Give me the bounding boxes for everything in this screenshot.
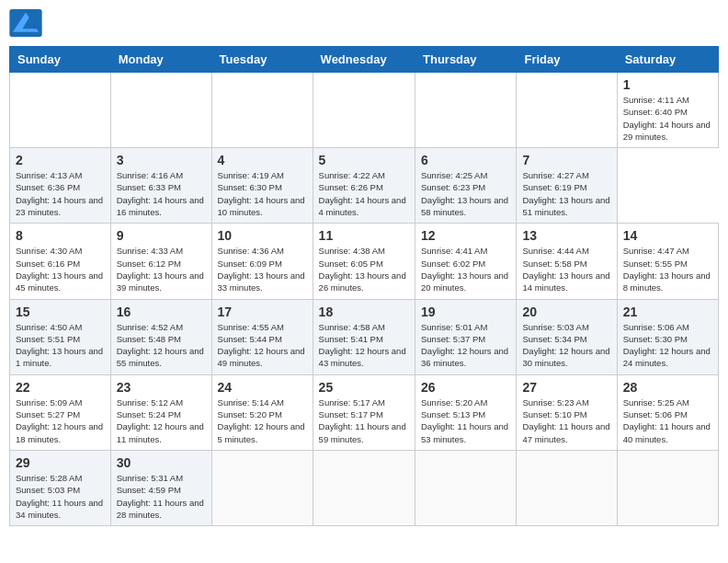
day-number: 3 xyxy=(117,153,206,167)
calendar-cell: 30Sunrise: 5:31 AM Sunset: 4:59 PM Dayli… xyxy=(110,450,211,525)
logo xyxy=(9,9,46,37)
day-number: 13 xyxy=(522,228,610,243)
day-info: Sunrise: 4:55 AM Sunset: 5:44 PM Dayligh… xyxy=(218,321,307,370)
day-info: Sunrise: 4:52 AM Sunset: 5:48 PM Dayligh… xyxy=(117,321,206,370)
calendar-cell xyxy=(517,73,617,148)
day-info: Sunrise: 4:11 AM Sunset: 6:40 PM Dayligh… xyxy=(623,94,712,143)
day-number: 26 xyxy=(421,380,510,395)
calendar-cell: 22Sunrise: 5:09 AM Sunset: 5:27 PM Dayli… xyxy=(10,374,111,450)
calendar-cell: 29Sunrise: 5:28 AM Sunset: 5:03 PM Dayli… xyxy=(10,450,111,525)
calendar-cell xyxy=(313,73,415,148)
day-number: 20 xyxy=(522,304,610,319)
day-info: Sunrise: 5:06 AM Sunset: 5:30 PM Dayligh… xyxy=(623,321,712,370)
day-info: Sunrise: 5:20 AM Sunset: 5:13 PM Dayligh… xyxy=(421,396,510,445)
day-info: Sunrise: 4:27 AM Sunset: 6:19 PM Dayligh… xyxy=(522,169,610,218)
weekday-header-thursday: Thursday xyxy=(415,47,517,73)
weekday-header-tuesday: Tuesday xyxy=(211,47,313,73)
day-number: 14 xyxy=(623,228,712,243)
page-header xyxy=(9,9,719,37)
calendar-cell: 9Sunrise: 4:33 AM Sunset: 6:12 PM Daylig… xyxy=(110,224,211,299)
calendar-cell: 4Sunrise: 4:19 AM Sunset: 6:30 PM Daylig… xyxy=(211,148,313,224)
logo-icon xyxy=(9,9,42,37)
day-number: 16 xyxy=(117,304,206,319)
day-number: 1 xyxy=(623,77,712,92)
calendar-cell xyxy=(110,73,211,148)
calendar-week-3: 15Sunrise: 4:50 AM Sunset: 5:51 PM Dayli… xyxy=(10,299,719,374)
calendar-cell: 24Sunrise: 5:14 AM Sunset: 5:20 PM Dayli… xyxy=(211,374,313,450)
day-number: 15 xyxy=(16,304,105,319)
day-number: 21 xyxy=(623,304,712,319)
calendar-cell: 25Sunrise: 5:17 AM Sunset: 5:17 PM Dayli… xyxy=(313,374,415,450)
calendar-cell xyxy=(10,73,111,148)
day-info: Sunrise: 5:14 AM Sunset: 5:20 PM Dayligh… xyxy=(218,396,307,445)
day-info: Sunrise: 5:09 AM Sunset: 5:27 PM Dayligh… xyxy=(16,396,105,445)
calendar-cell: 10Sunrise: 4:36 AM Sunset: 6:09 PM Dayli… xyxy=(211,224,313,299)
day-number: 2 xyxy=(16,153,105,167)
day-info: Sunrise: 5:17 AM Sunset: 5:17 PM Dayligh… xyxy=(319,396,409,445)
day-info: Sunrise: 5:01 AM Sunset: 5:37 PM Dayligh… xyxy=(421,321,510,370)
day-info: Sunrise: 5:31 AM Sunset: 4:59 PM Dayligh… xyxy=(117,472,206,521)
calendar-cell xyxy=(617,450,718,525)
calendar-cell xyxy=(415,73,517,148)
day-number: 6 xyxy=(421,153,510,167)
day-info: Sunrise: 4:33 AM Sunset: 6:12 PM Dayligh… xyxy=(117,245,206,293)
calendar-cell: 6Sunrise: 4:25 AM Sunset: 6:23 PM Daylig… xyxy=(415,148,517,224)
weekday-header-saturday: Saturday xyxy=(617,47,718,73)
day-number: 18 xyxy=(319,304,409,319)
day-info: Sunrise: 5:25 AM Sunset: 5:06 PM Dayligh… xyxy=(623,396,712,445)
calendar-cell: 23Sunrise: 5:12 AM Sunset: 5:24 PM Dayli… xyxy=(110,374,211,450)
calendar-cell: 27Sunrise: 5:23 AM Sunset: 5:10 PM Dayli… xyxy=(517,374,617,450)
calendar-cell xyxy=(517,450,617,525)
day-info: Sunrise: 4:30 AM Sunset: 6:16 PM Dayligh… xyxy=(16,245,105,293)
day-number: 11 xyxy=(319,228,409,243)
calendar-cell: 18Sunrise: 4:58 AM Sunset: 5:41 PM Dayli… xyxy=(313,299,415,374)
calendar-cell: 16Sunrise: 4:52 AM Sunset: 5:48 PM Dayli… xyxy=(110,299,211,374)
day-number: 8 xyxy=(16,228,105,243)
calendar-cell: 26Sunrise: 5:20 AM Sunset: 5:13 PM Dayli… xyxy=(415,374,517,450)
day-info: Sunrise: 4:41 AM Sunset: 6:02 PM Dayligh… xyxy=(421,245,510,293)
day-info: Sunrise: 5:03 AM Sunset: 5:34 PM Dayligh… xyxy=(522,321,610,370)
day-number: 9 xyxy=(117,228,206,243)
day-info: Sunrise: 4:25 AM Sunset: 6:23 PM Dayligh… xyxy=(421,169,510,218)
day-number: 30 xyxy=(117,455,206,470)
day-number: 24 xyxy=(218,380,307,395)
day-info: Sunrise: 5:12 AM Sunset: 5:24 PM Dayligh… xyxy=(117,396,206,445)
calendar-cell xyxy=(415,450,517,525)
day-info: Sunrise: 4:13 AM Sunset: 6:36 PM Dayligh… xyxy=(16,169,105,218)
calendar-cell: 17Sunrise: 4:55 AM Sunset: 5:44 PM Dayli… xyxy=(211,299,313,374)
day-info: Sunrise: 4:36 AM Sunset: 6:09 PM Dayligh… xyxy=(218,245,307,293)
calendar-cell: 2Sunrise: 4:13 AM Sunset: 6:36 PM Daylig… xyxy=(10,148,111,224)
day-number: 22 xyxy=(16,380,105,395)
day-number: 25 xyxy=(319,380,409,395)
calendar-cell: 13Sunrise: 4:44 AM Sunset: 5:58 PM Dayli… xyxy=(517,224,617,299)
calendar-cell xyxy=(211,450,313,525)
weekday-header-friday: Friday xyxy=(517,47,617,73)
calendar-week-4: 22Sunrise: 5:09 AM Sunset: 5:27 PM Dayli… xyxy=(10,374,719,450)
calendar-cell: 3Sunrise: 4:16 AM Sunset: 6:33 PM Daylig… xyxy=(110,148,211,224)
calendar-cell: 21Sunrise: 5:06 AM Sunset: 5:30 PM Dayli… xyxy=(617,299,718,374)
day-number: 19 xyxy=(421,304,510,319)
day-info: Sunrise: 5:23 AM Sunset: 5:10 PM Dayligh… xyxy=(522,396,610,445)
day-info: Sunrise: 4:58 AM Sunset: 5:41 PM Dayligh… xyxy=(319,321,409,370)
day-info: Sunrise: 5:28 AM Sunset: 5:03 PM Dayligh… xyxy=(16,472,105,521)
calendar-week-2: 8Sunrise: 4:30 AM Sunset: 6:16 PM Daylig… xyxy=(10,224,719,299)
calendar-cell: 20Sunrise: 5:03 AM Sunset: 5:34 PM Dayli… xyxy=(517,299,617,374)
day-number: 7 xyxy=(522,153,610,167)
day-info: Sunrise: 4:38 AM Sunset: 6:05 PM Dayligh… xyxy=(319,245,409,293)
calendar-cell: 12Sunrise: 4:41 AM Sunset: 6:02 PM Dayli… xyxy=(415,224,517,299)
day-info: Sunrise: 4:16 AM Sunset: 6:33 PM Dayligh… xyxy=(117,169,206,218)
day-info: Sunrise: 4:19 AM Sunset: 6:30 PM Dayligh… xyxy=(218,169,307,218)
day-number: 10 xyxy=(218,228,307,243)
calendar-cell: 11Sunrise: 4:38 AM Sunset: 6:05 PM Dayli… xyxy=(313,224,415,299)
calendar-week-1: 2Sunrise: 4:13 AM Sunset: 6:36 PM Daylig… xyxy=(10,148,719,224)
weekday-header-monday: Monday xyxy=(110,47,211,73)
calendar-cell: 7Sunrise: 4:27 AM Sunset: 6:19 PM Daylig… xyxy=(517,148,617,224)
calendar-cell: 28Sunrise: 5:25 AM Sunset: 5:06 PM Dayli… xyxy=(617,374,718,450)
calendar-cell: 19Sunrise: 5:01 AM Sunset: 5:37 PM Dayli… xyxy=(415,299,517,374)
calendar-table: SundayMondayTuesdayWednesdayThursdayFrid… xyxy=(9,46,719,526)
day-number: 5 xyxy=(319,153,409,167)
weekday-header-wednesday: Wednesday xyxy=(313,47,415,73)
calendar-cell: 5Sunrise: 4:22 AM Sunset: 6:26 PM Daylig… xyxy=(313,148,415,224)
calendar-week-5: 29Sunrise: 5:28 AM Sunset: 5:03 PM Dayli… xyxy=(10,450,719,525)
day-number: 4 xyxy=(218,153,307,167)
